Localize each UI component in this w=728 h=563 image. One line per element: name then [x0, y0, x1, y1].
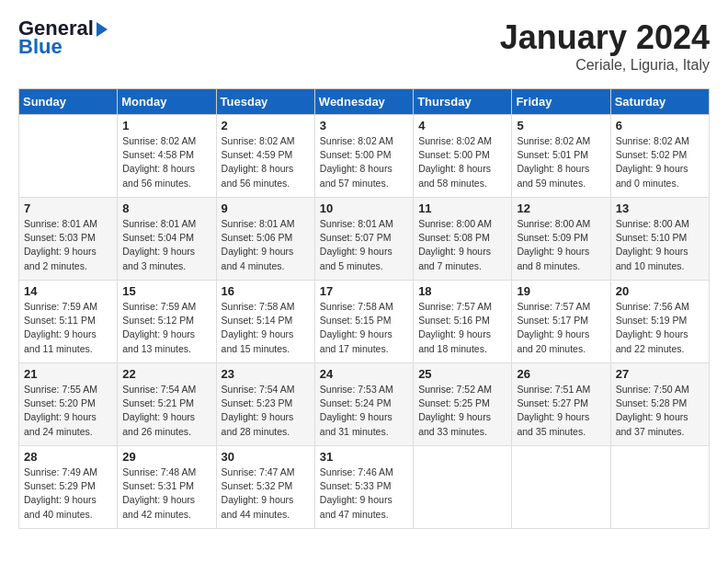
calendar-cell: 17Sunrise: 7:58 AMSunset: 5:15 PMDayligh… [314, 281, 413, 363]
day-info: Sunrise: 7:48 AMSunset: 5:31 PMDaylight:… [122, 465, 210, 522]
day-number: 1 [122, 119, 210, 132]
day-number: 6 [616, 119, 704, 132]
day-number: 4 [418, 119, 506, 132]
day-info: Sunrise: 7:58 AMSunset: 5:14 PMDaylight:… [222, 300, 310, 356]
day-number: 16 [222, 284, 310, 298]
day-info: Sunrise: 7:50 AMSunset: 5:28 PMDaylight:… [616, 383, 704, 439]
calendar-cell: 28Sunrise: 7:49 AMSunset: 5:29 PMDayligh… [19, 446, 118, 529]
calendar-cell: 18Sunrise: 7:57 AMSunset: 5:16 PMDayligh… [414, 281, 512, 363]
calendar-cell [19, 115, 118, 198]
calendar-cell: 13Sunrise: 8:00 AMSunset: 5:10 PMDayligh… [610, 198, 709, 281]
calendar-week-2: 7Sunrise: 8:01 AMSunset: 5:03 PMDaylight… [19, 198, 710, 281]
header-wednesday: Wednesday [314, 89, 413, 115]
calendar-cell: 1Sunrise: 8:02 AMSunset: 4:58 PMDaylight… [118, 115, 216, 198]
day-info: Sunrise: 7:51 AMSunset: 5:27 PMDaylight:… [517, 383, 605, 439]
calendar-cell: 7Sunrise: 8:01 AMSunset: 5:03 PMDaylight… [19, 198, 118, 281]
header-monday: Monday [118, 89, 216, 115]
calendar-body: 1Sunrise: 8:02 AMSunset: 4:58 PMDaylight… [19, 115, 710, 529]
calendar-cell: 16Sunrise: 7:58 AMSunset: 5:14 PMDayligh… [216, 281, 314, 363]
day-number: 20 [616, 284, 704, 298]
day-info: Sunrise: 8:02 AMSunset: 4:58 PMDaylight:… [122, 134, 210, 190]
day-info: Sunrise: 7:57 AMSunset: 5:16 PMDaylight:… [418, 300, 506, 356]
calendar-cell [414, 446, 512, 529]
day-number: 18 [418, 284, 506, 298]
logo-arrow-icon [97, 22, 108, 37]
day-number: 11 [418, 201, 506, 215]
header-tuesday: Tuesday [216, 89, 314, 115]
calendar-cell: 14Sunrise: 7:59 AMSunset: 5:11 PMDayligh… [19, 281, 118, 363]
calendar-week-3: 14Sunrise: 7:59 AMSunset: 5:11 PMDayligh… [19, 281, 710, 363]
day-number: 31 [320, 450, 408, 464]
day-info: Sunrise: 7:54 AMSunset: 5:21 PMDaylight:… [122, 383, 210, 439]
day-number: 8 [122, 201, 210, 215]
day-info: Sunrise: 7:54 AMSunset: 5:23 PMDaylight:… [222, 383, 310, 439]
calendar-cell: 29Sunrise: 7:48 AMSunset: 5:31 PMDayligh… [118, 446, 216, 529]
day-info: Sunrise: 7:49 AMSunset: 5:29 PMDaylight:… [24, 465, 112, 522]
header-sunday: Sunday [19, 89, 118, 115]
day-info: Sunrise: 8:02 AMSunset: 5:00 PMDaylight:… [320, 134, 408, 190]
day-info: Sunrise: 7:47 AMSunset: 5:32 PMDaylight:… [222, 465, 310, 522]
calendar-cell: 21Sunrise: 7:55 AMSunset: 5:20 PMDayligh… [19, 363, 118, 446]
calendar-week-1: 1Sunrise: 8:02 AMSunset: 4:58 PMDaylight… [19, 115, 710, 198]
day-info: Sunrise: 7:56 AMSunset: 5:19 PMDaylight:… [616, 300, 704, 356]
header-friday: Friday [512, 89, 610, 115]
day-number: 3 [320, 119, 408, 132]
calendar-cell: 25Sunrise: 7:52 AMSunset: 5:25 PMDayligh… [414, 363, 512, 446]
location: Ceriale, Liguria, Italy [500, 57, 710, 74]
title-block: January 2024 Ceriale, Liguria, Italy [500, 18, 710, 74]
calendar-week-4: 21Sunrise: 7:55 AMSunset: 5:20 PMDayligh… [19, 363, 710, 446]
header-thursday: Thursday [414, 89, 512, 115]
day-number: 27 [616, 367, 704, 381]
calendar-cell: 26Sunrise: 7:51 AMSunset: 5:27 PMDayligh… [512, 363, 610, 446]
header-row: Sunday Monday Tuesday Wednesday Thursday… [19, 89, 710, 115]
day-number: 26 [517, 367, 605, 381]
calendar-cell: 3Sunrise: 8:02 AMSunset: 5:00 PMDaylight… [314, 115, 413, 198]
calendar-cell: 30Sunrise: 7:47 AMSunset: 5:32 PMDayligh… [216, 446, 314, 529]
day-number: 15 [122, 284, 210, 298]
calendar-cell: 11Sunrise: 8:00 AMSunset: 5:08 PMDayligh… [414, 198, 512, 281]
day-info: Sunrise: 7:59 AMSunset: 5:11 PMDaylight:… [24, 300, 112, 356]
logo: General Blue [18, 18, 108, 57]
day-info: Sunrise: 7:52 AMSunset: 5:25 PMDaylight:… [418, 383, 506, 439]
calendar-cell: 27Sunrise: 7:50 AMSunset: 5:28 PMDayligh… [610, 363, 709, 446]
day-number: 24 [320, 367, 408, 381]
day-info: Sunrise: 7:58 AMSunset: 5:15 PMDaylight:… [320, 300, 408, 356]
calendar-cell: 23Sunrise: 7:54 AMSunset: 5:23 PMDayligh… [216, 363, 314, 446]
day-info: Sunrise: 7:57 AMSunset: 5:17 PMDaylight:… [517, 300, 605, 356]
day-number: 5 [517, 119, 605, 132]
calendar-header: Sunday Monday Tuesday Wednesday Thursday… [19, 89, 710, 115]
day-number: 28 [24, 450, 112, 464]
calendar-cell: 15Sunrise: 7:59 AMSunset: 5:12 PMDayligh… [118, 281, 216, 363]
calendar-table: Sunday Monday Tuesday Wednesday Thursday… [18, 88, 710, 529]
month-title: January 2024 [500, 18, 710, 57]
day-info: Sunrise: 7:55 AMSunset: 5:20 PMDaylight:… [24, 383, 112, 439]
calendar-cell: 10Sunrise: 8:01 AMSunset: 5:07 PMDayligh… [314, 198, 413, 281]
day-info: Sunrise: 8:02 AMSunset: 5:00 PMDaylight:… [418, 134, 506, 190]
calendar-cell: 4Sunrise: 8:02 AMSunset: 5:00 PMDaylight… [414, 115, 512, 198]
calendar-cell: 2Sunrise: 8:02 AMSunset: 4:59 PMDaylight… [216, 115, 314, 198]
calendar-cell: 24Sunrise: 7:53 AMSunset: 5:24 PMDayligh… [314, 363, 413, 446]
calendar-cell: 20Sunrise: 7:56 AMSunset: 5:19 PMDayligh… [610, 281, 709, 363]
day-info: Sunrise: 7:53 AMSunset: 5:24 PMDaylight:… [320, 383, 408, 439]
calendar-cell: 12Sunrise: 8:00 AMSunset: 5:09 PMDayligh… [512, 198, 610, 281]
day-number: 30 [222, 450, 310, 464]
day-info: Sunrise: 8:02 AMSunset: 5:02 PMDaylight:… [616, 134, 704, 190]
day-info: Sunrise: 7:59 AMSunset: 5:12 PMDaylight:… [122, 300, 210, 356]
calendar-cell: 9Sunrise: 8:01 AMSunset: 5:06 PMDaylight… [216, 198, 314, 281]
day-number: 14 [24, 284, 112, 298]
day-info: Sunrise: 8:00 AMSunset: 5:09 PMDaylight:… [517, 217, 605, 273]
day-number: 12 [517, 201, 605, 215]
day-number: 29 [122, 450, 210, 464]
day-number: 21 [24, 367, 112, 381]
page-header: General Blue January 2024 Ceriale, Ligur… [18, 18, 710, 74]
day-info: Sunrise: 8:01 AMSunset: 5:04 PMDaylight:… [122, 217, 210, 273]
header-saturday: Saturday [610, 89, 709, 115]
calendar-cell: 31Sunrise: 7:46 AMSunset: 5:33 PMDayligh… [314, 446, 413, 529]
calendar-cell: 5Sunrise: 8:02 AMSunset: 5:01 PMDaylight… [512, 115, 610, 198]
day-info: Sunrise: 8:02 AMSunset: 4:59 PMDaylight:… [222, 134, 310, 190]
day-info: Sunrise: 8:01 AMSunset: 5:07 PMDaylight:… [320, 217, 408, 273]
day-info: Sunrise: 8:01 AMSunset: 5:06 PMDaylight:… [222, 217, 310, 273]
calendar-cell: 19Sunrise: 7:57 AMSunset: 5:17 PMDayligh… [512, 281, 610, 363]
calendar-cell [512, 446, 610, 529]
calendar-cell: 22Sunrise: 7:54 AMSunset: 5:21 PMDayligh… [118, 363, 216, 446]
